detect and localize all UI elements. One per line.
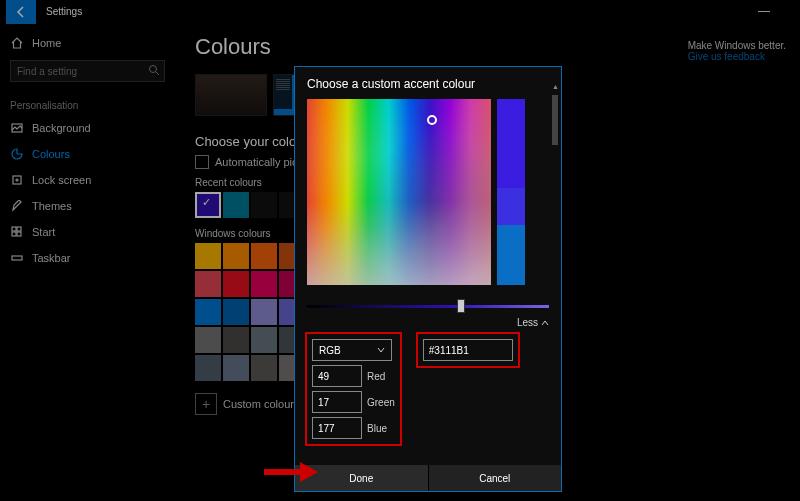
- green-label: Green: [367, 397, 395, 408]
- colour-swatch[interactable]: [195, 299, 221, 325]
- svg-point-0: [150, 66, 157, 73]
- colour-mode-select[interactable]: RGB: [312, 339, 392, 361]
- lock-icon: [10, 173, 24, 187]
- colour-swatch[interactable]: [195, 355, 221, 381]
- search-wrap: [10, 60, 165, 82]
- colour-spectrum[interactable]: [307, 99, 491, 285]
- svg-rect-7: [17, 232, 21, 236]
- select-value: RGB: [319, 345, 341, 356]
- search-icon: [148, 64, 160, 78]
- dialog-title: Choose a custom accent colour: [307, 77, 549, 91]
- hex-input[interactable]: [423, 339, 513, 361]
- colour-swatch[interactable]: [195, 271, 221, 297]
- colour-swatch[interactable]: [195, 243, 221, 269]
- window-titlebar: Settings —: [0, 0, 800, 24]
- sidebar-item-colours[interactable]: Colours: [0, 141, 175, 167]
- feedback-heading: Make Windows better.: [688, 40, 786, 51]
- colour-swatch[interactable]: [251, 243, 277, 269]
- search-input[interactable]: [10, 60, 165, 82]
- scroll-thumb[interactable]: [552, 95, 558, 145]
- preview-desktop[interactable]: [195, 74, 267, 116]
- slider-thumb[interactable]: [457, 299, 465, 313]
- blue-label: Blue: [367, 423, 387, 434]
- red-input[interactable]: [312, 365, 362, 387]
- colour-swatch[interactable]: [251, 299, 277, 325]
- colour-swatch[interactable]: [223, 271, 249, 297]
- value-slider[interactable]: [307, 301, 549, 311]
- sidebar-group-heading: Personalisation: [0, 92, 175, 115]
- sidebar-item-home[interactable]: Home: [0, 30, 175, 56]
- sidebar-item-label: Lock screen: [32, 174, 91, 186]
- checkbox-icon: [195, 155, 209, 169]
- colour-swatch[interactable]: [195, 327, 221, 353]
- minimize-button[interactable]: —: [758, 4, 770, 18]
- sidebar-item-label: Background: [32, 122, 91, 134]
- sidebar-item-start[interactable]: Start: [0, 219, 175, 245]
- sidebar-item-label: Taskbar: [32, 252, 71, 264]
- colour-picker-dialog: Choose a custom accent colour Less RGB R…: [294, 66, 562, 492]
- svg-rect-6: [12, 232, 16, 236]
- red-label: Red: [367, 371, 385, 382]
- back-button[interactable]: [6, 0, 36, 24]
- palette-icon: [10, 147, 24, 161]
- rgb-input-group: RGB Red Green Blue: [307, 334, 400, 444]
- sidebar-item-label: Colours: [32, 148, 70, 160]
- window-title: Settings: [46, 6, 82, 17]
- colour-swatch[interactable]: [223, 243, 249, 269]
- hue-column[interactable]: [497, 99, 525, 285]
- sidebar: Home Personalisation Background Colours …: [0, 24, 175, 501]
- picture-icon: [10, 121, 24, 135]
- colour-swatch[interactable]: [251, 355, 277, 381]
- annotation-arrow: [262, 460, 322, 486]
- sidebar-item-label: Start: [32, 226, 55, 238]
- taskbar-icon: [10, 251, 24, 265]
- colour-swatch[interactable]: [223, 355, 249, 381]
- feedback-link[interactable]: Give us feedback: [688, 51, 786, 62]
- chevron-down-icon: [377, 346, 385, 354]
- feedback-block: Make Windows better. Give us feedback: [688, 40, 786, 62]
- colour-swatch[interactable]: [223, 299, 249, 325]
- sidebar-item-background[interactable]: Background: [0, 115, 175, 141]
- sidebar-item-themes[interactable]: Themes: [0, 193, 175, 219]
- sidebar-item-label: Home: [32, 37, 61, 49]
- hex-input-group: [418, 334, 518, 366]
- svg-rect-2: [13, 176, 21, 184]
- spectrum-cursor[interactable]: [427, 115, 437, 125]
- sidebar-item-label: Themes: [32, 200, 72, 212]
- custom-colour-label: Custom colour: [223, 398, 294, 410]
- home-icon: [10, 36, 24, 50]
- svg-rect-5: [17, 227, 21, 231]
- blue-input[interactable]: [312, 417, 362, 439]
- sidebar-item-lockscreen[interactable]: Lock screen: [0, 167, 175, 193]
- plus-icon: +: [195, 393, 217, 415]
- cancel-button[interactable]: Cancel: [429, 465, 562, 491]
- colour-swatch[interactable]: [251, 271, 277, 297]
- chevron-up-icon: [541, 319, 549, 327]
- svg-rect-4: [12, 227, 16, 231]
- brush-icon: [10, 199, 24, 213]
- svg-point-3: [16, 179, 18, 181]
- dialog-scrollbar[interactable]: ▲ ▼: [552, 95, 558, 461]
- colour-swatch[interactable]: [223, 327, 249, 353]
- green-input[interactable]: [312, 391, 362, 413]
- recent-swatch[interactable]: [251, 192, 277, 218]
- colour-swatch[interactable]: [251, 327, 277, 353]
- svg-rect-8: [12, 256, 22, 260]
- recent-swatch[interactable]: [195, 192, 221, 218]
- recent-swatch[interactable]: [223, 192, 249, 218]
- less-toggle[interactable]: Less: [517, 317, 549, 328]
- start-icon: [10, 225, 24, 239]
- scroll-up-icon[interactable]: ▲: [552, 83, 558, 91]
- sidebar-item-taskbar[interactable]: Taskbar: [0, 245, 175, 271]
